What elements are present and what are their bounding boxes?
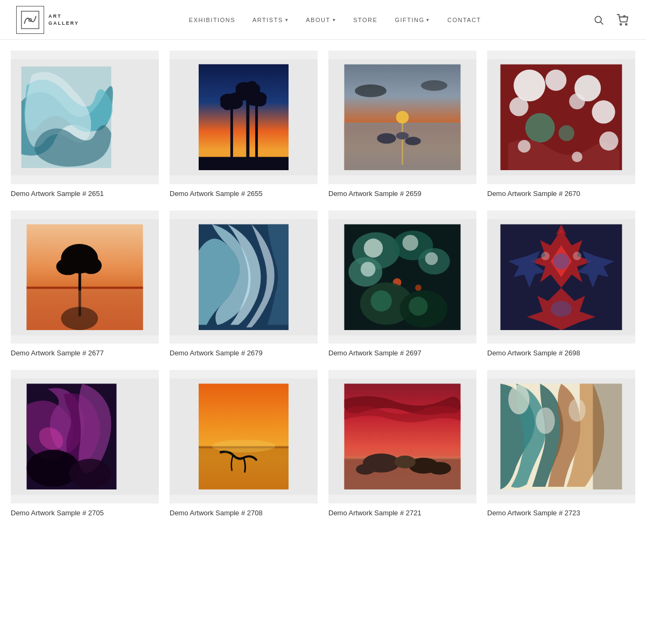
svg-point-5 [626,23,627,25]
artwork-card-2708[interactable]: Demo Artwork Sample # 2708 [170,370,318,517]
svg-point-78 [541,251,550,260]
svg-point-88 [212,440,276,453]
artwork-title-2698: Demo Artwork Sample # 2698 [487,349,635,357]
nav-exhibitions[interactable]: EXHIBITIONS [189,17,235,23]
svg-point-76 [553,253,569,269]
logo-icon [16,6,44,34]
artwork-image-wrap [11,370,159,503]
svg-point-39 [569,94,585,109]
artwork-card-2698[interactable]: Demo Artwork Sample # 2698 [487,211,635,358]
svg-point-29 [405,137,420,145]
nav-about[interactable]: ABOUT ▾ [306,17,336,23]
svg-point-35 [514,69,545,101]
nav-gifting[interactable]: GIFTING ▾ [395,17,430,23]
header-icons [591,12,630,27]
artwork-card-2697[interactable]: Demo Artwork Sample # 2697 [328,211,476,358]
artwork-image-2708 [170,370,318,503]
site-header: ART GALLERY EXHIBITIONS ARTISTS ▾ ABOUT … [0,0,646,40]
svg-rect-10 [199,65,289,160]
artwork-image-2697 [328,211,476,344]
logo-text: ART GALLERY [48,13,79,26]
nav-contact[interactable]: CONTACT [447,17,481,23]
artwork-card-2651[interactable]: Demo Artwork Sample # 2651 [11,51,159,198]
artwork-title-2679: Demo Artwork Sample # 2679 [170,349,318,357]
artwork-image-wrap [487,51,635,184]
artwork-image-wrap [487,370,635,503]
svg-point-40 [592,100,615,123]
svg-point-38 [509,97,528,116]
artwork-image-2723 [487,370,635,503]
svg-rect-11 [199,157,289,170]
artwork-image-wrap [487,211,635,344]
svg-rect-12 [230,101,233,159]
logo-svg [20,10,40,30]
svg-point-2 [595,16,601,23]
artwork-title-2721: Demo Artwork Sample # 2721 [328,509,476,517]
gallery-main: Demo Artwork Sample # 2651 [0,40,646,538]
gallery-grid: Demo Artwork Sample # 2651 [11,51,635,517]
svg-point-42 [559,125,574,141]
search-icon [593,15,604,25]
artwork-image-2670 [487,51,635,184]
artwork-image-2659 [328,51,476,184]
svg-point-41 [525,113,555,143]
svg-point-65 [403,235,418,250]
svg-point-77 [551,300,572,316]
artwork-image-wrap [170,211,318,344]
artwork-title-2723: Demo Artwork Sample # 2723 [487,509,635,517]
artwork-title-2697: Demo Artwork Sample # 2697 [328,349,476,357]
cart-button[interactable] [615,12,630,27]
svg-point-4 [620,23,622,25]
artwork-image-2655 [170,51,318,184]
svg-point-36 [545,69,566,90]
artwork-image-wrap [11,51,159,184]
about-chevron-icon: ▾ [333,17,336,23]
svg-line-3 [601,22,603,24]
artwork-title-2708: Demo Artwork Sample # 2708 [170,509,318,517]
svg-point-95 [395,456,416,468]
artwork-card-2705[interactable]: Demo Artwork Sample # 2705 [11,370,159,517]
svg-point-69 [415,284,422,291]
svg-point-53 [81,257,102,274]
svg-point-67 [361,262,376,277]
artwork-image-wrap [11,211,159,344]
nav-artists[interactable]: ARTISTS ▾ [252,17,289,23]
svg-point-30 [396,132,409,139]
main-nav: EXHIBITIONS ARTISTS ▾ ABOUT ▾ STORE GIFT… [189,17,481,23]
artwork-card-2655[interactable]: Demo Artwork Sample # 2655 [170,51,318,198]
svg-point-73 [409,297,427,316]
svg-rect-20 [255,99,258,159]
artwork-title-2655: Demo Artwork Sample # 2655 [170,190,318,198]
artwork-card-2679[interactable]: Demo Artwork Sample # 2679 [170,211,318,358]
svg-point-32 [421,80,447,91]
svg-rect-49 [26,286,143,289]
artwork-image-wrap [328,211,476,344]
artwork-title-2705: Demo Artwork Sample # 2705 [11,509,159,517]
svg-point-45 [572,152,582,163]
artwork-card-2677[interactable]: Demo Artwork Sample # 2677 [11,211,159,358]
svg-point-52 [56,258,79,275]
svg-point-100 [508,385,529,415]
artwork-image-wrap [328,51,476,184]
nav-store[interactable]: STORE [353,17,377,23]
artwork-image-2698 [487,211,635,344]
artwork-card-2721[interactable]: Demo Artwork Sample # 2721 [328,370,476,517]
artwork-title-2677: Demo Artwork Sample # 2677 [11,349,159,357]
artwork-card-2659[interactable]: Demo Artwork Sample # 2659 [328,51,476,198]
artists-chevron-icon: ▾ [285,17,289,23]
svg-point-44 [599,131,618,150]
svg-point-64 [364,239,383,257]
svg-point-31 [355,85,387,97]
search-button[interactable] [591,12,606,27]
svg-rect-86 [199,447,289,489]
cart-icon [616,14,628,26]
artwork-card-2670[interactable]: Demo Artwork Sample # 2670 [487,51,635,198]
svg-point-72 [371,290,392,311]
artwork-card-2723[interactable]: Demo Artwork Sample # 2723 [487,370,635,517]
artwork-image-2651 [11,51,159,184]
gifting-chevron-icon: ▾ [426,17,430,23]
svg-rect-103 [593,384,622,489]
logo[interactable]: ART GALLERY [16,6,79,34]
svg-point-79 [573,251,581,260]
artwork-image-wrap [170,51,318,184]
